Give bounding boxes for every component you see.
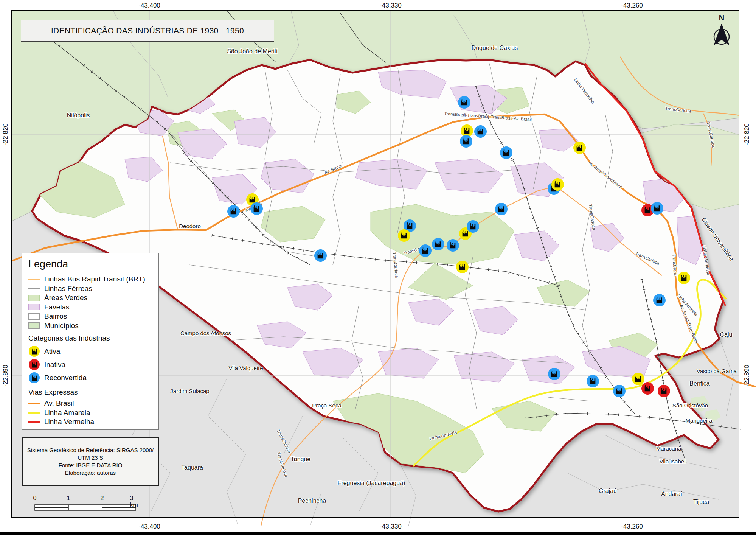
road-label: TransCarioca xyxy=(276,452,289,478)
industry-marker-reconvertida xyxy=(653,294,666,306)
factory-icon xyxy=(643,206,652,214)
scale-bar-graphic xyxy=(23,503,147,512)
road-label: TransCarioca xyxy=(276,429,292,454)
factory-icon xyxy=(31,348,38,355)
favelas-swatch xyxy=(28,304,40,310)
ativa-marker-icon xyxy=(29,346,40,357)
place-label: Nilópolis xyxy=(67,112,90,119)
factory-icon xyxy=(449,241,457,249)
industry-marker-inativa xyxy=(641,382,654,395)
road-label: TransBrasil·TransBrasil·TransBrasil·Av. … xyxy=(444,111,532,122)
legend-title: Legenda xyxy=(28,258,153,270)
place-label: Taquara xyxy=(181,464,203,471)
legend-item-ativa: Ativa xyxy=(28,345,153,358)
factory-icon xyxy=(31,374,38,382)
legend-item-ferreas: Linhas Férreas xyxy=(28,284,153,294)
road-label: TransCarioca xyxy=(392,252,399,278)
factory-icon xyxy=(476,127,484,135)
factory-icon xyxy=(31,361,38,369)
info-line: Elaboração: autoras xyxy=(65,469,116,477)
graticule-label-bottom: -43.330 xyxy=(380,523,402,530)
place-label: Pechincha xyxy=(298,498,326,504)
legend-item-linha-vermelha: Linha Vermelha xyxy=(28,417,153,427)
legend-section-industries: Categorias das Indústrias xyxy=(28,334,153,342)
reconvertida-marker-icon xyxy=(29,372,40,383)
map-title-box: IDENTIFICAÇÃO DAS INDÚSTRIAS DE 1930 - 1… xyxy=(21,20,274,42)
factory-icon xyxy=(553,180,562,188)
north-arrow-icon xyxy=(710,22,733,49)
factory-icon xyxy=(550,370,558,378)
place-label: Benfica xyxy=(689,380,709,387)
linha-amarela-swatch xyxy=(28,412,40,414)
place-label: Freguesia (Jacarepaguá) xyxy=(338,480,405,487)
industry-marker-ativa xyxy=(398,229,410,242)
railway-line-swatch xyxy=(28,286,40,291)
scale-label: 2 xyxy=(101,495,104,502)
place-label: Tanque xyxy=(291,456,311,463)
factory-icon xyxy=(653,204,661,212)
legend-item-areas-verdes: Áreas Verdes xyxy=(28,293,153,303)
scale-label: 1 xyxy=(67,495,70,502)
factory-icon xyxy=(497,205,505,213)
industry-marker-ativa xyxy=(678,272,690,284)
scale-label: 3 km xyxy=(130,495,142,509)
road-label: Av. Brasil·TransBrasil xyxy=(587,160,622,190)
factory-icon xyxy=(575,143,584,152)
industry-marker-reconvertida xyxy=(458,96,470,109)
road-label: TransCarioca xyxy=(635,251,660,266)
place-label: São Cristóvão xyxy=(672,402,708,409)
road-label: Linha Vermelha xyxy=(702,245,711,276)
place-label: São João de Meriti xyxy=(227,48,277,55)
factory-icon xyxy=(421,246,429,255)
legend-item-bairros: Bairros xyxy=(28,312,153,321)
graticule-label-left: -22.820 xyxy=(2,123,9,145)
place-label: Vila Isabel xyxy=(660,458,686,465)
factory-icon xyxy=(252,204,261,213)
graticule-label-right: -22.820 xyxy=(743,123,751,145)
road-label: Av. Brasil xyxy=(324,163,342,175)
factory-icon xyxy=(634,375,642,383)
road-label: TransCarioca xyxy=(665,106,691,113)
graticule-label-left: -22.890 xyxy=(2,365,9,387)
place-label: Deodoro xyxy=(179,223,201,229)
place-label: Vasco da Gama xyxy=(697,368,737,374)
place-label: Caju xyxy=(720,331,733,338)
graticule-label-top: -43.400 xyxy=(138,2,160,9)
legend-item-favelas: Favelas xyxy=(28,303,153,312)
info-line: Sistema Geodésico de Referência: SIRGAS … xyxy=(27,446,154,454)
industry-marker-reconvertida xyxy=(467,220,479,233)
road-label: Linha Amarela xyxy=(429,430,457,441)
legend-item-linha-amarela: Linha Amarela xyxy=(28,408,153,418)
industry-marker-ativa xyxy=(551,178,564,191)
industry-marker-reconvertida xyxy=(250,202,263,215)
factory-icon xyxy=(469,222,477,230)
map-title: IDENTIFICAÇÃO DAS INDÚSTRIAS DE 1930 - 1… xyxy=(51,26,244,35)
industry-marker-ativa xyxy=(632,373,644,385)
industry-marker-reconvertida xyxy=(613,385,626,397)
reference-info-box: Sistema Geodésico de Referência: SIRGAS … xyxy=(22,437,159,486)
scale-label: 0 xyxy=(33,495,37,502)
factory-icon xyxy=(458,263,466,271)
bairros-swatch xyxy=(28,313,40,320)
industry-marker-reconvertida xyxy=(495,203,508,215)
municipios-swatch xyxy=(28,322,40,329)
industry-marker-reconvertida xyxy=(419,244,432,257)
graticule-label-right: -22.890 xyxy=(743,365,751,387)
place-label: Praça Seca xyxy=(312,402,342,409)
industry-marker-reconvertida xyxy=(432,238,444,250)
industry-marker-ativa xyxy=(456,261,469,273)
factory-icon xyxy=(615,387,623,395)
legend-item-municipios: Municípios xyxy=(28,321,153,331)
info-line: Fonte: IBGE E DATA RIO xyxy=(59,462,123,469)
place-label: Jardim Sulacap xyxy=(170,388,209,394)
graticule-label-bottom: -43.260 xyxy=(621,523,643,530)
legend-item-inativa: Inativa xyxy=(28,358,153,371)
graticule-label-top: -43.330 xyxy=(380,2,402,9)
legend-section-roads: Vias Expressas xyxy=(28,388,153,397)
factory-icon xyxy=(680,274,688,282)
place-label: Mangueira xyxy=(686,417,713,424)
linha-vermelha-swatch xyxy=(28,421,40,423)
place-label: Andaraí xyxy=(661,491,682,498)
av-brasil-swatch xyxy=(28,403,40,404)
place-label: Tijuca xyxy=(693,499,709,505)
